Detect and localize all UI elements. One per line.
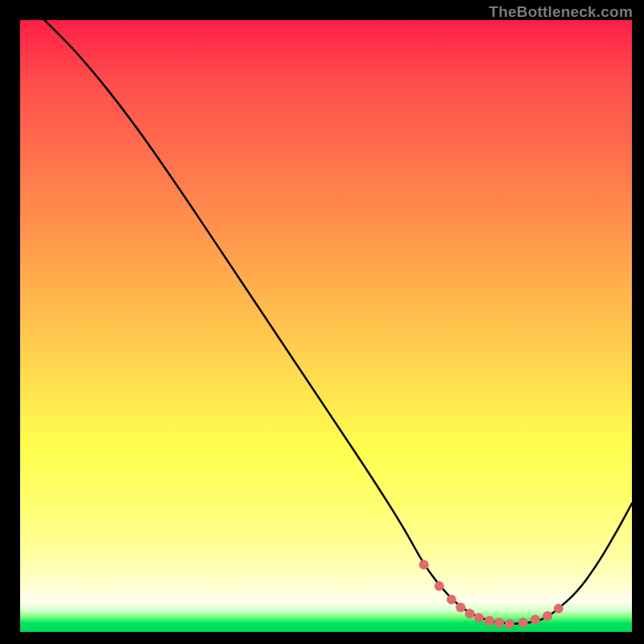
sweet-spot-dot: [485, 616, 494, 625]
sweet-spot-dot: [447, 595, 456, 605]
sweet-spot-dot: [505, 619, 514, 629]
curve-layer: [0, 0, 644, 644]
attribution-text: TheBottleneck.com: [489, 3, 633, 21]
sweet-spot-dot: [419, 559, 429, 569]
sweet-spot-dot: [554, 604, 564, 613]
sweet-spot-dot: [543, 611, 552, 621]
sweet-spot-dot: [456, 603, 465, 613]
sweet-spot-dot: [518, 618, 528, 628]
chart-container: TheBottleneck.com: [0, 0, 644, 644]
sweet-spot-dot: [474, 613, 484, 623]
sweet-spot-dot: [530, 615, 540, 625]
sweet-spot-dot: [465, 609, 475, 618]
bottleneck-curve: [44, 20, 632, 624]
sweet-spot-dot: [494, 618, 504, 628]
sweet-spot-dot: [435, 581, 444, 591]
